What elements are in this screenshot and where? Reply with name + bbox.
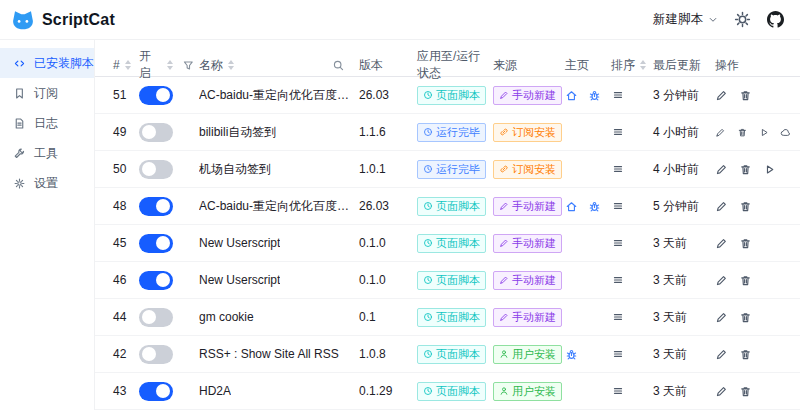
status-badge[interactable]: 页面脚本 (417, 382, 486, 401)
source-badge[interactable]: 用户安装 (493, 345, 562, 364)
trash-icon[interactable] (739, 163, 752, 176)
enable-toggle[interactable] (139, 86, 173, 105)
drag-handle-icon[interactable] (611, 199, 625, 213)
enable-toggle[interactable] (139, 123, 173, 142)
edit-icon[interactable] (715, 311, 728, 324)
edit-icon[interactable] (715, 348, 728, 361)
edit-icon[interactable] (715, 385, 728, 398)
status-badge[interactable]: 运行完毕 (417, 123, 486, 142)
bug-icon[interactable] (565, 348, 578, 361)
clock-icon (423, 349, 433, 359)
script-name-link[interactable]: AC-baidu-重定向优化百度搜狗谷歌... (199, 198, 355, 215)
script-name-link[interactable]: New Userscript (199, 236, 280, 250)
search-icon[interactable] (332, 59, 345, 72)
edit-icon[interactable] (715, 200, 728, 213)
drag-handle-icon[interactable] (611, 88, 625, 102)
status-badge[interactable]: 页面脚本 (417, 197, 486, 216)
edit-icon[interactable] (715, 89, 728, 102)
cloud-icon[interactable] (780, 126, 791, 139)
status-badge[interactable]: 页面脚本 (417, 308, 486, 327)
edit-icon[interactable] (715, 274, 728, 287)
sidebar-item-tools[interactable]: 工具 (0, 138, 94, 168)
sidebar-item-logs[interactable]: 日志 (0, 108, 94, 138)
source-badge[interactable]: 订阅安装 (493, 123, 562, 142)
trash-icon[interactable] (739, 385, 752, 398)
col-header-enabled[interactable]: 开启 (139, 48, 199, 82)
source-badge[interactable]: 手动新建 (493, 234, 562, 253)
enable-toggle[interactable] (139, 197, 173, 216)
drag-handle-icon[interactable] (611, 162, 625, 176)
col-header-sort[interactable]: 排序 (611, 57, 653, 74)
drag-handle-icon[interactable] (611, 310, 625, 324)
last-updated[interactable]: 3 天前 (653, 235, 715, 252)
bug-icon[interactable] (588, 89, 601, 102)
drag-handle-icon[interactable] (611, 384, 625, 398)
trash-icon[interactable] (739, 274, 752, 287)
last-updated[interactable]: 3 分钟前 (653, 87, 715, 104)
edit-icon[interactable] (715, 126, 726, 139)
play-icon[interactable] (759, 126, 770, 139)
last-updated[interactable]: 4 小时前 (653, 124, 715, 141)
edit-icon[interactable] (715, 237, 728, 250)
drag-handle-icon[interactable] (611, 236, 625, 250)
trash-icon[interactable] (739, 200, 752, 213)
status-badge[interactable]: 页面脚本 (417, 271, 486, 290)
enable-toggle[interactable] (139, 160, 173, 179)
script-name-link[interactable]: gm cookie (199, 310, 254, 324)
script-name-link[interactable]: HD2A (199, 384, 231, 398)
script-name-link[interactable]: AC-baidu-重定向优化百度搜狗谷歌... (199, 87, 355, 104)
sidebar-item-settings[interactable]: 设置 (0, 168, 94, 198)
script-name-link[interactable]: RSS+ : Show Site All RSS (199, 347, 339, 361)
trash-icon[interactable] (739, 89, 752, 102)
source-badge[interactable]: 手动新建 (493, 271, 562, 290)
last-updated[interactable]: 5 分钟前 (653, 198, 715, 215)
source-badge[interactable]: 手动新建 (493, 86, 562, 105)
trash-icon[interactable] (739, 237, 752, 250)
col-header-name[interactable]: 名称 (199, 57, 359, 74)
enable-toggle[interactable] (139, 345, 173, 364)
source-badge[interactable]: 用户安装 (493, 382, 562, 401)
sidebar-item-subscriptions[interactable]: 订阅 (0, 78, 94, 108)
new-script-dropdown[interactable]: 新建脚本 (653, 11, 718, 28)
github-link[interactable] (767, 11, 784, 28)
drag-handle-icon[interactable] (611, 347, 625, 361)
last-updated[interactable]: 3 天前 (653, 346, 715, 363)
bug-icon[interactable] (588, 200, 601, 213)
script-name-link[interactable]: 机场自动签到 (199, 161, 271, 178)
drag-handle-icon[interactable] (611, 125, 625, 139)
script-name-link[interactable]: New Userscript (199, 273, 280, 287)
status-badge[interactable]: 页面脚本 (417, 345, 486, 364)
source-badge[interactable]: 订阅安装 (493, 160, 562, 179)
status-badge[interactable]: 页面脚本 (417, 86, 486, 105)
home-icon[interactable] (565, 89, 578, 102)
enable-toggle[interactable] (139, 271, 173, 290)
edit-icon[interactable] (715, 163, 728, 176)
sort-carets[interactable] (640, 60, 646, 70)
col-header-id[interactable]: # (95, 58, 139, 72)
drag-handle-icon[interactable] (611, 273, 625, 287)
filter-icon[interactable] (182, 59, 195, 72)
status-badge[interactable]: 运行完毕 (417, 160, 486, 179)
enable-toggle[interactable] (139, 234, 173, 253)
theme-toggle-button[interactable] (734, 11, 751, 28)
sidebar-item-installed-scripts[interactable]: 已安装脚本 (0, 48, 94, 78)
trash-icon[interactable] (739, 311, 752, 324)
enable-toggle[interactable] (139, 382, 173, 401)
col-header-status: 应用至/运行状态 (417, 48, 493, 82)
trash-icon[interactable] (739, 348, 752, 361)
source-badge[interactable]: 手动新建 (493, 197, 562, 216)
status-badge[interactable]: 页面脚本 (417, 234, 486, 253)
last-updated[interactable]: 3 天前 (653, 383, 715, 400)
home-icon[interactable] (565, 200, 578, 213)
last-updated[interactable]: 3 天前 (653, 309, 715, 326)
script-name-link[interactable]: bilibili自动签到 (199, 124, 276, 141)
play-icon[interactable] (763, 163, 776, 176)
sort-carets[interactable] (125, 60, 131, 70)
enable-toggle[interactable] (139, 308, 173, 327)
last-updated[interactable]: 4 小时前 (653, 161, 715, 178)
sort-carets[interactable] (228, 60, 234, 70)
sort-carets[interactable] (167, 60, 173, 70)
source-badge[interactable]: 手动新建 (493, 308, 562, 327)
last-updated[interactable]: 3 天前 (653, 272, 715, 289)
trash-icon[interactable] (737, 126, 748, 139)
